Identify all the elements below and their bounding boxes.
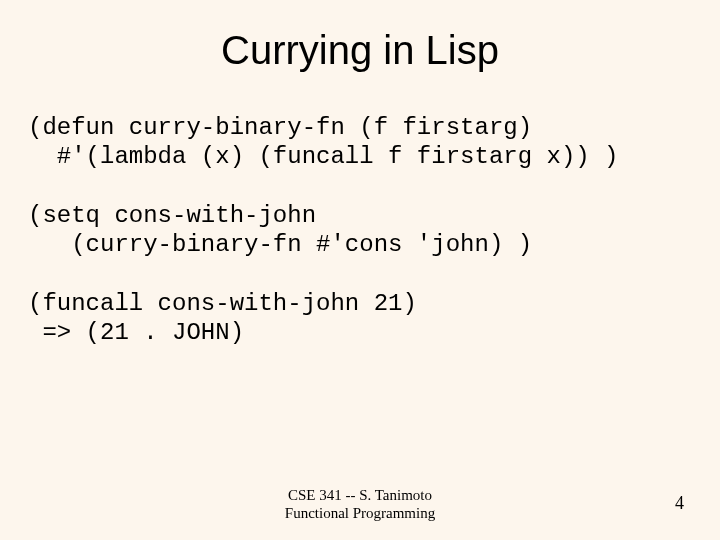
page-number: 4 [675, 493, 684, 514]
footer-line-1: CSE 341 -- S. Tanimoto [285, 486, 435, 504]
code-block: (defun curry-binary-fn (f firstarg) #'(l… [28, 113, 692, 347]
footer-line-2: Functional Programming [285, 504, 435, 522]
slide: Currying in Lisp (defun curry-binary-fn … [0, 0, 720, 540]
slide-title: Currying in Lisp [28, 28, 692, 73]
footer: CSE 341 -- S. Tanimoto Functional Progra… [0, 486, 720, 522]
footer-text: CSE 341 -- S. Tanimoto Functional Progra… [285, 486, 435, 522]
